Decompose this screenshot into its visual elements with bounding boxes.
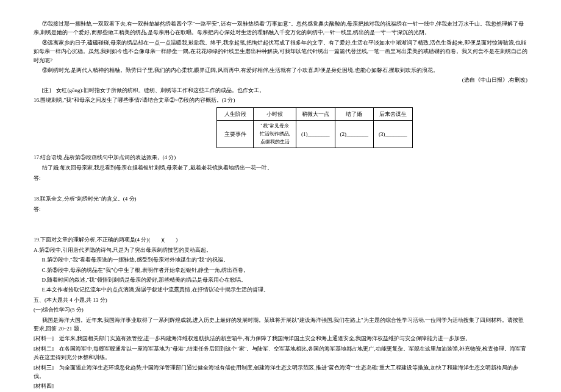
question-16: 16.围绕刺绣,"我"和母亲之间发生了哪些事情?请结合文章②~⑦段的内容概括。(… <box>34 96 527 104</box>
cell-blank[interactable]: (2)________ <box>335 120 374 148</box>
paragraph-7: ⑦我接过那一摞鞋垫,一双双看下去,有一双鞋垫赫然绣着四个字"一路平安",还有一双… <box>34 20 527 37</box>
cell: 后来去谋生 <box>374 107 413 120</box>
question-17: 17.结合语境,品析第⑤段画线句中加点词的表达效果。(4 分) <box>34 153 527 162</box>
paragraph-8: ⑧远离家乡的日子,磕磕碰碰,母亲的绣品却在一点一点温暖我,鼓励我。终于,我拿起笔… <box>34 38 527 65</box>
cell-blank[interactable]: (3)________ <box>374 120 413 148</box>
cell: 结了婚 <box>335 107 374 120</box>
material-4: [材料四] <box>34 382 527 390</box>
paragraph-9: ⑨刺绣时光,是两代人精神的相融。勤劳日子里,我们的内心柔软,眼界辽阔,风雨再中,… <box>34 66 527 74</box>
material-2: [材料二] 在各国海军中,每艘军舰通常以一座海军基地为"母港",结束任务后回到这… <box>34 344 527 362</box>
annotation-note: [注] 女红(gōng):旧时指女子所做的纺织、缝纫、刺绣等工作和这些工作的成品… <box>34 86 527 94</box>
material-1: [材料一] 近年来,我国相关部门实施有效管控,进一步构建海洋维权巡航执法的新空箱… <box>34 334 527 343</box>
question-17-quote: 结了婚,每次回母亲家,我总看到母亲在捏着银针刺绣,母亲老了,戴着老花镜执着地绣出… <box>34 163 527 172</box>
answer-label[interactable]: 答: <box>34 174 527 182</box>
table-row: 人生阶段 小时候 稍微大一点 结了婚 后来去谋生 <box>217 107 413 120</box>
question-18: 18.联系全文,分析"刺绣时光"的含义。(4 分) <box>34 194 527 203</box>
option-a[interactable]: A.第②段中,引用唐代罗隐的诗句,只是为了突出母亲刺绣技艺的灵动高超。 <box>34 246 527 254</box>
cell-header: 人生阶段 <box>217 107 254 120</box>
answer-label[interactable]: 答: <box>34 205 527 213</box>
table-row: 主要事件 "我"常见母亲忙活制作绣品,点缀我的生活 (1)________ (2… <box>217 120 413 148</box>
option-c[interactable]: C.第⑧段中,母亲的绣品在"我"心中生了根,表明作者开始拿起银针,静坐一角,绣出… <box>34 266 527 274</box>
option-b[interactable]: B.第⑦段中,"我"看着母亲送的一摞鞋垫,感受到母亲对外地谋生的"我"的祝福。 <box>34 255 527 264</box>
material-3: [材料三] 为全面遏止海洋生态环境恶化趋势,中国海洋管理部门通过健全海域有偿使用… <box>34 363 527 381</box>
section-5-heading: 五、(本大题共 4 小题,共 13 分) <box>34 296 527 304</box>
option-d[interactable]: D.随着时间的叙述,"我"领悟到刺绣是母亲的爱好,那些精美的绣品是母亲用心在歌唱… <box>34 276 527 284</box>
option-e[interactable]: E.本文作者拾取记忆流年中的点点滴滴,潺潺于叙述中流露真情,在抒情议论中揭示生活… <box>34 285 527 294</box>
table-life-stages: 人生阶段 小时候 稍微大一点 结了婚 后来去谋生 主要事件 "我"常见母亲忙活制… <box>216 107 413 149</box>
question-19: 19.下面对文章的理解分析,不正确的两项是(4 分)( )( ) <box>34 235 527 244</box>
cell: 小时候 <box>254 107 296 120</box>
section-5-intro: 我国是海洋大国。近年来,我国海洋事业取得了一系列辉煌成就,进入历史上最好的发展时… <box>34 316 527 333</box>
source-citation: (选自《中山日报》,有删改) <box>34 76 527 84</box>
cell: "我"常见母亲忙活制作绣品,点缀我的生活 <box>254 120 296 148</box>
cell-header: 主要事件 <box>217 120 254 148</box>
cell: 稍微大一点 <box>296 107 335 120</box>
cell-blank[interactable]: (1)________ <box>296 120 335 148</box>
section-5-sub: (一)综合性学习(5 分) <box>34 305 527 314</box>
